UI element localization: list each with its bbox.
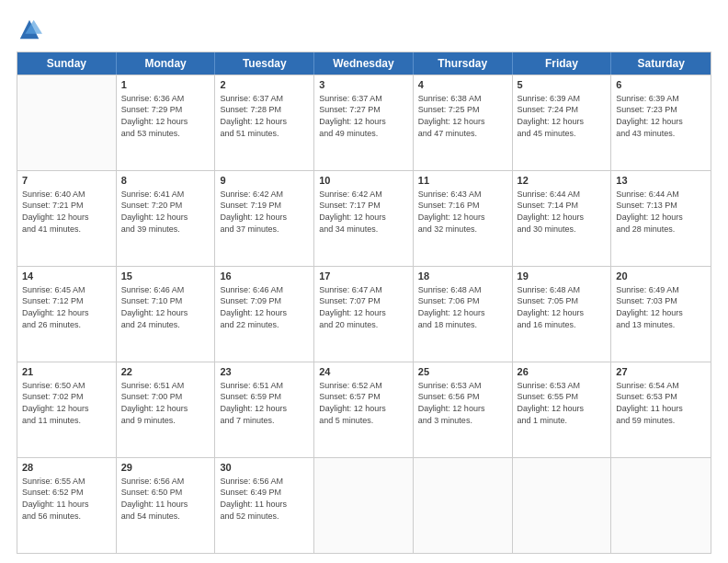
weekday-header-wednesday: Wednesday — [314, 52, 414, 75]
cal-cell-4: 4Sunrise: 6:38 AMSunset: 7:25 PMDaylight… — [414, 75, 513, 170]
calendar-header: SundayMondayTuesdayWednesdayThursdayFrid… — [17, 52, 711, 75]
cal-cell-empty-4-5 — [513, 458, 612, 553]
weekday-header-sunday: Sunday — [17, 52, 117, 75]
day-number: 13 — [616, 174, 706, 188]
cell-info: Sunrise: 6:56 AMSunset: 6:49 PMDaylight:… — [220, 476, 309, 522]
cal-cell-28: 28Sunrise: 6:55 AMSunset: 6:52 PMDayligh… — [17, 458, 117, 553]
weekday-header-thursday: Thursday — [414, 52, 513, 75]
calendar-body: 1Sunrise: 6:36 AMSunset: 7:29 PMDaylight… — [17, 75, 711, 553]
cell-info: Sunrise: 6:48 AMSunset: 7:05 PMDaylight:… — [518, 284, 607, 330]
cal-cell-empty-4-4 — [414, 458, 513, 553]
day-number: 21 — [22, 365, 111, 379]
cell-info: Sunrise: 6:56 AMSunset: 6:50 PMDaylight:… — [121, 476, 210, 522]
day-number: 14 — [22, 270, 111, 283]
cell-info: Sunrise: 6:53 AMSunset: 6:55 PMDaylight:… — [518, 380, 607, 426]
cell-info: Sunrise: 6:39 AMSunset: 7:24 PMDaylight:… — [518, 93, 607, 139]
cell-info: Sunrise: 6:53 AMSunset: 6:56 PMDaylight:… — [418, 380, 507, 426]
cell-info: Sunrise: 6:51 AMSunset: 7:00 PMDaylight:… — [121, 380, 210, 426]
day-number: 10 — [319, 174, 408, 188]
weekday-header-monday: Monday — [117, 52, 216, 75]
cal-cell-15: 15Sunrise: 6:46 AMSunset: 7:10 PMDayligh… — [117, 267, 216, 362]
day-number: 30 — [220, 461, 309, 475]
day-number: 18 — [418, 270, 507, 283]
cal-cell-16: 16Sunrise: 6:46 AMSunset: 7:09 PMDayligh… — [215, 267, 314, 362]
calendar-row-4: 28Sunrise: 6:55 AMSunset: 6:52 PMDayligh… — [17, 457, 711, 553]
day-number: 24 — [319, 365, 408, 379]
day-number: 27 — [616, 365, 706, 379]
cell-info: Sunrise: 6:39 AMSunset: 7:23 PMDaylight:… — [616, 93, 706, 139]
day-number: 29 — [121, 461, 210, 475]
cal-cell-26: 26Sunrise: 6:53 AMSunset: 6:55 PMDayligh… — [513, 362, 612, 457]
cal-cell-2: 2Sunrise: 6:37 AMSunset: 7:28 PMDaylight… — [215, 75, 314, 170]
cal-cell-18: 18Sunrise: 6:48 AMSunset: 7:06 PMDayligh… — [414, 267, 513, 362]
day-number: 25 — [418, 365, 507, 379]
day-number: 2 — [220, 78, 309, 92]
cal-cell-9: 9Sunrise: 6:42 AMSunset: 7:19 PMDaylight… — [215, 171, 314, 266]
cal-cell-7: 7Sunrise: 6:40 AMSunset: 7:21 PMDaylight… — [17, 171, 117, 266]
cal-cell-30: 30Sunrise: 6:56 AMSunset: 6:49 PMDayligh… — [215, 458, 314, 553]
day-number: 4 — [418, 78, 507, 92]
day-number: 6 — [616, 78, 706, 92]
cal-cell-6: 6Sunrise: 6:39 AMSunset: 7:23 PMDaylight… — [611, 75, 711, 170]
cal-cell-1: 1Sunrise: 6:36 AMSunset: 7:29 PMDaylight… — [117, 75, 216, 170]
cal-cell-27: 27Sunrise: 6:54 AMSunset: 6:53 PMDayligh… — [611, 362, 711, 457]
cal-cell-24: 24Sunrise: 6:52 AMSunset: 6:57 PMDayligh… — [314, 362, 414, 457]
day-number: 28 — [22, 461, 111, 475]
calendar-row-3: 21Sunrise: 6:50 AMSunset: 7:02 PMDayligh… — [17, 362, 711, 457]
cell-info: Sunrise: 6:37 AMSunset: 7:27 PMDaylight:… — [319, 93, 408, 139]
day-number: 9 — [220, 174, 309, 188]
cell-info: Sunrise: 6:49 AMSunset: 7:03 PMDaylight:… — [616, 284, 706, 330]
cell-info: Sunrise: 6:52 AMSunset: 6:57 PMDaylight:… — [319, 380, 408, 426]
day-number: 3 — [319, 78, 408, 92]
cell-info: Sunrise: 6:38 AMSunset: 7:25 PMDaylight:… — [418, 93, 507, 139]
cell-info: Sunrise: 6:44 AMSunset: 7:13 PMDaylight:… — [616, 189, 706, 235]
cell-info: Sunrise: 6:46 AMSunset: 7:09 PMDaylight:… — [220, 284, 309, 330]
cell-info: Sunrise: 6:43 AMSunset: 7:16 PMDaylight:… — [418, 189, 507, 235]
calendar: SundayMondayTuesdayWednesdayThursdayFrid… — [17, 52, 711, 554]
day-number: 5 — [518, 78, 607, 92]
calendar-row-0: 1Sunrise: 6:36 AMSunset: 7:29 PMDaylight… — [17, 75, 711, 170]
day-number: 19 — [518, 270, 607, 283]
cal-cell-21: 21Sunrise: 6:50 AMSunset: 7:02 PMDayligh… — [17, 362, 117, 457]
day-number: 7 — [22, 174, 111, 188]
cell-info: Sunrise: 6:41 AMSunset: 7:20 PMDaylight:… — [121, 189, 210, 235]
cal-cell-29: 29Sunrise: 6:56 AMSunset: 6:50 PMDayligh… — [117, 458, 216, 553]
day-number: 23 — [220, 365, 309, 379]
cal-cell-empty-0-0 — [17, 75, 117, 170]
cell-info: Sunrise: 6:42 AMSunset: 7:17 PMDaylight:… — [319, 189, 408, 235]
cell-info: Sunrise: 6:37 AMSunset: 7:28 PMDaylight:… — [220, 93, 309, 139]
cell-info: Sunrise: 6:48 AMSunset: 7:06 PMDaylight:… — [418, 284, 507, 330]
cell-info: Sunrise: 6:44 AMSunset: 7:14 PMDaylight:… — [518, 189, 607, 235]
cal-cell-19: 19Sunrise: 6:48 AMSunset: 7:05 PMDayligh… — [513, 267, 612, 362]
cell-info: Sunrise: 6:46 AMSunset: 7:10 PMDaylight:… — [121, 284, 210, 330]
day-number: 15 — [121, 270, 210, 283]
logo — [17, 17, 46, 42]
day-number: 17 — [319, 270, 408, 283]
cal-cell-8: 8Sunrise: 6:41 AMSunset: 7:20 PMDaylight… — [117, 171, 216, 266]
calendar-row-1: 7Sunrise: 6:40 AMSunset: 7:21 PMDaylight… — [17, 170, 711, 266]
cal-cell-11: 11Sunrise: 6:43 AMSunset: 7:16 PMDayligh… — [414, 171, 513, 266]
cell-info: Sunrise: 6:55 AMSunset: 6:52 PMDaylight:… — [22, 476, 111, 522]
cell-info: Sunrise: 6:40 AMSunset: 7:21 PMDaylight:… — [22, 189, 111, 235]
logo-icon — [17, 17, 42, 42]
cell-info: Sunrise: 6:47 AMSunset: 7:07 PMDaylight:… — [319, 284, 408, 330]
day-number: 16 — [220, 270, 309, 283]
header — [17, 17, 711, 42]
cal-cell-17: 17Sunrise: 6:47 AMSunset: 7:07 PMDayligh… — [314, 267, 414, 362]
day-number: 11 — [418, 174, 507, 188]
cal-cell-empty-4-3 — [314, 458, 414, 553]
cell-info: Sunrise: 6:51 AMSunset: 6:59 PMDaylight:… — [220, 380, 309, 426]
cal-cell-empty-4-6 — [611, 458, 711, 553]
cal-cell-25: 25Sunrise: 6:53 AMSunset: 6:56 PMDayligh… — [414, 362, 513, 457]
cell-info: Sunrise: 6:50 AMSunset: 7:02 PMDaylight:… — [22, 380, 111, 426]
cal-cell-13: 13Sunrise: 6:44 AMSunset: 7:13 PMDayligh… — [611, 171, 711, 266]
calendar-row-2: 14Sunrise: 6:45 AMSunset: 7:12 PMDayligh… — [17, 266, 711, 362]
cal-cell-14: 14Sunrise: 6:45 AMSunset: 7:12 PMDayligh… — [17, 267, 117, 362]
cal-cell-20: 20Sunrise: 6:49 AMSunset: 7:03 PMDayligh… — [611, 267, 711, 362]
cal-cell-10: 10Sunrise: 6:42 AMSunset: 7:17 PMDayligh… — [314, 171, 414, 266]
day-number: 20 — [616, 270, 706, 283]
day-number: 12 — [518, 174, 607, 188]
page: SundayMondayTuesdayWednesdayThursdayFrid… — [0, 0, 728, 563]
cal-cell-5: 5Sunrise: 6:39 AMSunset: 7:24 PMDaylight… — [513, 75, 612, 170]
weekday-header-friday: Friday — [513, 52, 612, 75]
